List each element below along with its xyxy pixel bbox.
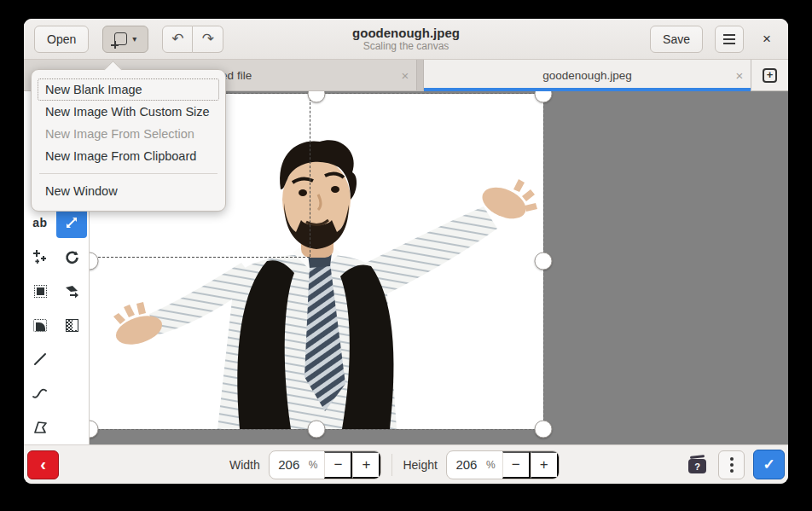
points-tool-button[interactable]: [25, 241, 55, 272]
bottom-action-bar: ‹ Width % − + Height % − + ? ✓: [24, 444, 788, 484]
menu-separator: [39, 173, 218, 174]
text-tool-button[interactable]: ab: [25, 207, 55, 238]
handle-bottom-right[interactable]: [535, 421, 553, 438]
tab-close-icon[interactable]: ×: [394, 68, 416, 83]
skew-icon: [65, 284, 79, 299]
new-tab-button[interactable]: +: [751, 60, 788, 90]
free-selection-icon: [33, 319, 47, 332]
window-title: goodenough.jpeg: [352, 26, 460, 40]
line-tool-button[interactable]: [25, 344, 55, 375]
tab-label: goodenough.jpeg: [446, 69, 728, 82]
width-spinbox: % − +: [269, 450, 382, 479]
curve-icon: [32, 387, 48, 399]
width-label: Width: [229, 458, 260, 472]
width-decrease-button[interactable]: −: [324, 451, 352, 479]
window-close-button[interactable]: ×: [756, 31, 778, 48]
width-input[interactable]: [270, 457, 309, 472]
height-spinbox: % − +: [446, 450, 560, 479]
separator: [392, 454, 392, 476]
rotate-tool-button[interactable]: [56, 241, 87, 272]
polygon-icon: [33, 421, 48, 434]
height-decrease-button[interactable]: −: [502, 451, 531, 479]
tab-divider: [416, 60, 424, 90]
tab-close-icon[interactable]: ×: [728, 68, 751, 83]
rect-selection-icon: [34, 285, 47, 298]
save-button[interactable]: Save: [650, 26, 703, 53]
original-width-guide: [310, 94, 310, 257]
rect-selection-tool-button[interactable]: [25, 276, 55, 306]
new-tab-icon: +: [763, 68, 777, 83]
menu-item-new-window[interactable]: New Window: [38, 180, 219, 202]
new-image-icon: [114, 32, 127, 45]
help-icon[interactable]: ?: [688, 459, 706, 473]
chevron-down-icon: ▾: [132, 34, 136, 44]
apply-scale-button[interactable]: ✓: [753, 450, 785, 479]
redo-button[interactable]: ↷: [193, 26, 223, 53]
menu-item-new-image-custom-size[interactable]: New Image With Custom Size: [38, 101, 219, 123]
points-icon: [32, 249, 48, 264]
polygon-tool-button[interactable]: [25, 412, 55, 443]
filters-tool-button[interactable]: [56, 310, 87, 340]
filters-icon: [66, 319, 78, 332]
handle-bottom-center[interactable]: [308, 421, 326, 438]
tool-options-menu-button[interactable]: [718, 450, 745, 479]
height-input[interactable]: [447, 457, 486, 472]
height-label: Height: [403, 458, 437, 472]
tab-goodenough[interactable]: goodenough.jpeg ×: [424, 60, 751, 90]
window-subtitle: Scaling the canvas: [363, 40, 450, 52]
rotate-icon: [65, 250, 79, 264]
header-bar: Open ▾ ↶ ↷ goodenough.jpeg Scaling the c…: [24, 19, 788, 60]
width-unit: %: [309, 459, 325, 471]
skew-tool-button[interactable]: [56, 276, 87, 306]
line-icon: [33, 352, 47, 366]
new-image-popup-menu: New Blank Image New Image With Custom Si…: [31, 69, 226, 212]
new-image-menu-button[interactable]: ▾: [102, 26, 148, 53]
hamburger-menu-button[interactable]: [715, 26, 744, 53]
scale-icon: [65, 216, 78, 229]
handle-middle-right[interactable]: [535, 253, 553, 270]
free-selection-tool-button[interactable]: [25, 310, 55, 340]
scale-tool-button[interactable]: [56, 207, 87, 238]
menu-item-new-image-from-selection: New Image From Selection: [38, 123, 219, 145]
height-unit: %: [486, 459, 502, 471]
curve-tool-button[interactable]: [25, 378, 55, 409]
cancel-back-button[interactable]: ‹: [27, 450, 59, 479]
menu-item-new-blank-image[interactable]: New Blank Image: [38, 78, 219, 101]
menu-item-new-image-from-clipboard[interactable]: New Image From Clipboard: [38, 145, 219, 167]
width-increase-button[interactable]: +: [352, 451, 380, 479]
height-increase-button[interactable]: +: [531, 451, 559, 479]
open-button[interactable]: Open: [34, 26, 89, 53]
undo-button[interactable]: ↶: [162, 26, 193, 53]
original-height-guide: [90, 257, 310, 258]
app-window: Open ▾ ↶ ↷ goodenough.jpeg Scaling the c…: [24, 19, 788, 484]
